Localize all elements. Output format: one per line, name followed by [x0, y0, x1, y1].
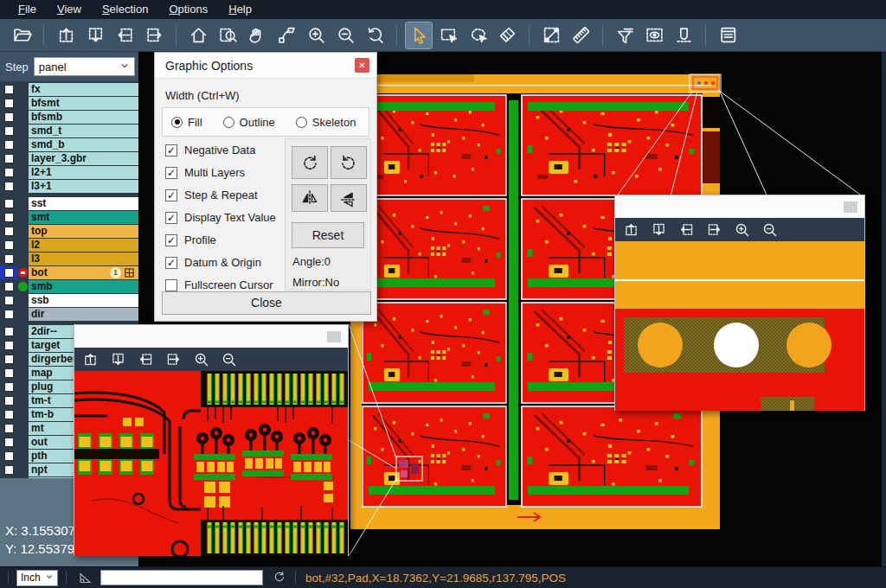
zoom-out-button[interactable] — [759, 220, 780, 240]
layer-checkbox[interactable] — [0, 436, 17, 449]
canvas-scrollbar[interactable] — [882, 52, 886, 566]
layer-checkbox[interactable] — [0, 180, 17, 193]
layer-checkbox[interactable] — [0, 197, 17, 210]
window-button[interactable] — [844, 201, 857, 213]
layer-checkbox[interactable] — [0, 380, 17, 393]
zoom-window-titlebar[interactable] — [74, 325, 348, 348]
layer-checkbox[interactable] — [0, 83, 17, 96]
layer-row-l3+1[interactable]: l3+1 — [0, 180, 138, 193]
close-button[interactable]: Close — [162, 291, 371, 315]
zoom-in-button[interactable] — [731, 220, 752, 240]
layer-checkbox[interactable] — [0, 408, 17, 421]
radio-outline[interactable]: Outline — [223, 116, 275, 129]
layer-checkbox[interactable] — [0, 367, 17, 380]
pan-down-button[interactable] — [107, 350, 128, 369]
zoom-in-button[interactable] — [190, 350, 211, 369]
flip-horizontal-button[interactable] — [292, 184, 328, 212]
pan-left-button[interactable] — [112, 22, 138, 48]
measure-distance-button[interactable] — [538, 22, 564, 48]
poly-select-button[interactable] — [465, 22, 491, 48]
layer-row-sst[interactable]: sst — [0, 197, 138, 210]
layer-row-smb[interactable]: smb — [0, 280, 138, 293]
zoom-out-button[interactable] — [332, 22, 358, 48]
layer-row-smd_b[interactable]: smd_b — [0, 138, 138, 151]
step-select[interactable]: panel — [34, 57, 135, 76]
menu-file[interactable]: File — [9, 0, 46, 19]
layer-row-l3[interactable]: l3 — [0, 252, 138, 265]
menu-help[interactable]: Help — [219, 0, 261, 19]
layer-checkbox[interactable] — [0, 252, 17, 265]
layer-checkbox[interactable] — [0, 325, 17, 338]
pan-up-button[interactable] — [80, 350, 100, 369]
filter-button[interactable] — [612, 22, 638, 48]
layer-row-bfsmb[interactable]: bfsmb — [0, 111, 138, 124]
radio-fill[interactable]: Fill — [171, 116, 202, 129]
layer-row-l2+1[interactable]: l2+1 — [0, 166, 138, 179]
layer-checkbox[interactable] — [0, 266, 17, 279]
layer-checkbox[interactable] — [0, 211, 17, 224]
layer-checkbox[interactable] — [0, 450, 17, 463]
pan-down-button[interactable] — [648, 220, 669, 240]
pan-right-button[interactable] — [703, 220, 724, 240]
rotate-ccw-button[interactable] — [331, 146, 367, 179]
zoom-view[interactable] — [615, 241, 864, 411]
layer-row-l2[interactable]: l2 — [0, 239, 138, 252]
flip-vertical-button[interactable] — [331, 184, 367, 212]
zoom-previous-button[interactable] — [362, 22, 388, 48]
home-button[interactable] — [185, 22, 211, 48]
layer-row-bfsmt[interactable]: bfsmt — [0, 97, 138, 110]
layer-row-layer_3.gbr[interactable]: layer_3.gbr — [0, 152, 138, 165]
select-cursor-button[interactable] — [406, 22, 432, 48]
ruler-button[interactable] — [568, 22, 594, 48]
unit-select[interactable]: Inch — [16, 570, 58, 586]
layer-checkbox[interactable] — [0, 308, 17, 321]
checkbox-profile[interactable]: ✓Profile — [165, 233, 216, 246]
corner-measure-icon[interactable] — [76, 569, 93, 586]
pan-left-button[interactable] — [135, 350, 156, 369]
layer-row-smd_t[interactable]: smd_t — [0, 125, 138, 137]
checkbox-multi-layers[interactable]: ✓Multi Layers — [165, 166, 245, 179]
layer-checkbox[interactable] — [0, 353, 17, 366]
layer-row-dir[interactable]: dir — [0, 308, 138, 321]
layer-row-fx[interactable]: fx — [0, 83, 138, 96]
pan-up-button[interactable] — [53, 22, 79, 48]
layer-checkbox[interactable] — [0, 422, 17, 435]
rect-select-button[interactable] — [435, 22, 461, 48]
zoom-out-button[interactable] — [218, 350, 239, 369]
zoom-view[interactable] — [74, 371, 348, 556]
zoom-in-button[interactable] — [303, 22, 329, 48]
checkbox-fullscreen-cursor[interactable]: Fullscreen Cursor — [165, 278, 273, 291]
checkbox-step-repeat[interactable]: ✓Step & Repeat — [165, 189, 258, 201]
zoom-window-titlebar[interactable] — [615, 195, 864, 218]
layer-checkbox[interactable] — [0, 463, 17, 476]
close-icon[interactable]: ✕ — [355, 58, 369, 73]
layer-checkbox[interactable] — [0, 138, 17, 151]
layer-row-smt[interactable]: smt — [0, 211, 138, 224]
pan-down-button[interactable] — [82, 22, 108, 48]
zoom-window-button[interactable] — [215, 22, 241, 48]
view-box-button[interactable] — [641, 22, 667, 48]
rotate-cw-button[interactable] — [292, 146, 328, 179]
reset-button[interactable]: Reset — [292, 222, 364, 248]
pan-hand-button[interactable] — [244, 22, 270, 48]
layer-checkbox[interactable] — [0, 111, 17, 124]
clear-brush-button[interactable] — [494, 22, 520, 48]
command-input[interactable] — [100, 570, 263, 585]
layer-checkbox[interactable] — [0, 294, 17, 307]
layer-checkbox[interactable] — [0, 225, 17, 238]
pan-left-button[interactable] — [676, 220, 697, 240]
snap-button[interactable] — [671, 22, 697, 48]
layer-checkbox[interactable] — [0, 97, 17, 110]
layer-row-ssb[interactable]: ssb — [0, 294, 138, 307]
dialog-titlebar[interactable]: Graphic Options ✕ — [155, 53, 376, 79]
report-button[interactable] — [715, 22, 741, 48]
checkbox-display-text-value[interactable]: ✓Display Text Value — [165, 211, 276, 224]
checkbox-negative-data[interactable]: ✓Negative Data — [165, 144, 255, 157]
pan-right-button[interactable] — [163, 350, 183, 369]
pan-right-button[interactable] — [141, 22, 167, 48]
menu-options[interactable]: Options — [159, 0, 217, 19]
layer-checkbox[interactable] — [0, 239, 17, 252]
layer-checkbox[interactable] — [0, 152, 17, 165]
window-button[interactable] — [327, 331, 341, 342]
layer-checkbox[interactable] — [0, 166, 17, 179]
